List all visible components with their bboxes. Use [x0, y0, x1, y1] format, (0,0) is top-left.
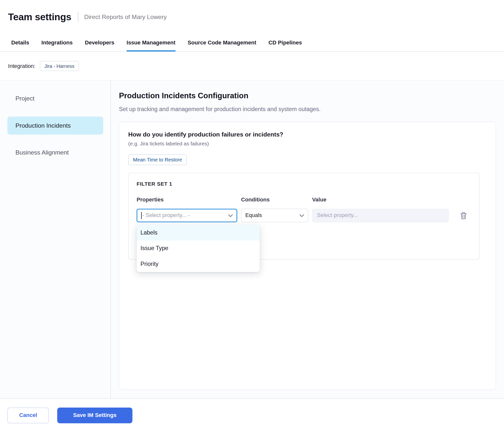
column-header-conditions: Conditions: [241, 196, 308, 203]
filter-set-1: FILTER SET 1 Properties Conditions Value…: [128, 173, 480, 259]
dropdown-option-priority[interactable]: Priority: [137, 256, 260, 272]
app-window: Team settings Direct Reports of Mary Low…: [0, 0, 504, 432]
integration-row: Integration: Jira - Harness: [0, 52, 504, 80]
mean-time-to-restore-tab[interactable]: Mean Time to Restore: [128, 155, 187, 165]
property-select[interactable]: - Select property... -: [137, 209, 237, 222]
save-im-settings-button[interactable]: Save IM Settings: [57, 407, 132, 423]
section-title: Production Incidents Configuration: [119, 91, 496, 100]
condition-select-value: Equals: [245, 212, 262, 219]
tab-issue-management[interactable]: Issue Management: [126, 34, 175, 52]
tab-cd-pipelines[interactable]: CD Pipelines: [269, 34, 302, 52]
filter-row: Properties Conditions Value - Select pro…: [137, 196, 471, 222]
identify-incidents-question: How do you identify production failures …: [128, 131, 487, 138]
property-dropdown-menu: Labels Issue Type Priority: [137, 225, 260, 272]
property-select-wrapper: - Select property... - Labels Issue Type…: [137, 209, 237, 222]
tab-developers[interactable]: Developers: [85, 34, 114, 52]
integration-label: Integration:: [8, 63, 36, 69]
dropdown-option-labels[interactable]: Labels: [137, 225, 260, 241]
tab-integrations[interactable]: Integrations: [42, 34, 73, 52]
filter-set-title: FILTER SET 1: [137, 181, 471, 187]
incidents-config-card: How do you identify production failures …: [119, 122, 496, 390]
footer-bar: Cancel Save IM Settings: [0, 398, 504, 432]
chevron-down-icon: [300, 214, 304, 217]
section-subtitle: Set up tracking and management for produ…: [119, 106, 496, 113]
content-area: Project Production Incidents Business Al…: [0, 80, 504, 398]
main-panel: Production Incidents Configuration Set u…: [111, 81, 504, 398]
condition-select[interactable]: Equals: [241, 209, 308, 222]
sidebar-item-production-incidents[interactable]: Production Incidents: [7, 117, 103, 135]
tab-details[interactable]: Details: [11, 34, 29, 52]
trash-icon: [460, 212, 467, 219]
column-header-value: Value: [312, 196, 449, 203]
identify-incidents-hint: (e.g. Jira tickets labeled as failures): [128, 141, 487, 147]
page-title: Team settings: [8, 11, 71, 22]
title-divider: [78, 12, 79, 22]
delete-filter-button[interactable]: [460, 212, 470, 219]
property-select-placeholder: - Select property... -: [142, 212, 190, 219]
text-cursor: [141, 212, 142, 219]
cancel-button[interactable]: Cancel: [7, 407, 49, 423]
value-input[interactable]: [312, 209, 449, 222]
sidebar-item-project[interactable]: Project: [7, 90, 103, 108]
sidebar-item-business-alignment[interactable]: Business Alignment: [7, 144, 103, 162]
page-subtitle: Direct Reports of Mary Lowery: [84, 13, 167, 20]
tab-source-code-management[interactable]: Source Code Management: [188, 34, 256, 52]
tab-bar: Details Integrations Developers Issue Ma…: [0, 34, 504, 52]
chevron-down-icon: [228, 214, 233, 217]
dropdown-option-issue-type[interactable]: Issue Type: [137, 240, 260, 256]
integration-badge[interactable]: Jira - Harness: [40, 61, 79, 71]
settings-sidebar: Project Production Incidents Business Al…: [0, 81, 111, 398]
page-header: Team settings Direct Reports of Mary Low…: [0, 0, 504, 34]
column-header-properties: Properties: [137, 196, 237, 203]
